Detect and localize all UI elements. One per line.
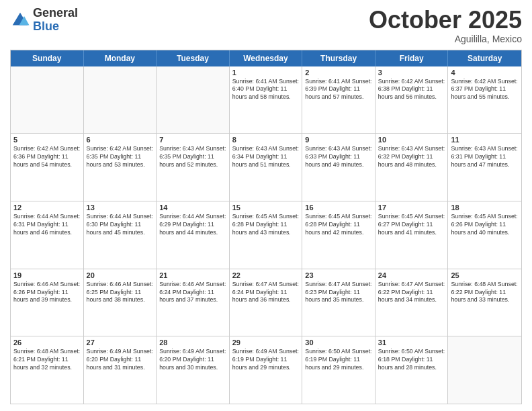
logo-general-text: General <box>33 7 78 20</box>
day-number: 2 <box>305 68 372 77</box>
day-info: Sunrise: 6:41 AM Sunset: 6:39 PM Dayligh… <box>305 78 372 102</box>
day-number: 23 <box>305 271 372 279</box>
day-cell-1: 1Sunrise: 6:41 AM Sunset: 6:40 PM Daylig… <box>230 66 303 134</box>
day-number: 18 <box>451 203 519 212</box>
empty-cell <box>448 336 521 404</box>
day-number: 17 <box>378 203 445 212</box>
day-of-week-saturday: Saturday <box>448 50 521 66</box>
day-info: Sunrise: 6:48 AM Sunset: 6:21 PM Dayligh… <box>13 348 81 372</box>
day-cell-7: 7Sunrise: 6:43 AM Sunset: 6:35 PM Daylig… <box>157 134 230 201</box>
day-cell-16: 16Sunrise: 6:45 AM Sunset: 6:28 PM Dayli… <box>302 201 375 269</box>
calendar-row: 26Sunrise: 6:48 AM Sunset: 6:21 PM Dayli… <box>11 336 521 404</box>
day-info: Sunrise: 6:45 AM Sunset: 6:26 PM Dayligh… <box>451 213 519 237</box>
day-number: 15 <box>232 203 300 212</box>
calendar-body: 1Sunrise: 6:41 AM Sunset: 6:40 PM Daylig… <box>11 66 521 404</box>
day-cell-31: 31Sunrise: 6:50 AM Sunset: 6:18 PM Dayli… <box>375 336 449 404</box>
day-number: 12 <box>13 203 81 212</box>
day-number: 24 <box>378 271 445 279</box>
logo-icon <box>10 10 30 30</box>
day-info: Sunrise: 6:43 AM Sunset: 6:33 PM Dayligh… <box>305 145 372 169</box>
day-info: Sunrise: 6:46 AM Sunset: 6:26 PM Dayligh… <box>13 281 81 305</box>
day-cell-28: 28Sunrise: 6:49 AM Sunset: 6:20 PM Dayli… <box>157 336 230 404</box>
day-number: 1 <box>232 68 300 77</box>
day-cell-19: 19Sunrise: 6:46 AM Sunset: 6:26 PM Dayli… <box>11 269 84 336</box>
day-info: Sunrise: 6:43 AM Sunset: 6:31 PM Dayligh… <box>451 145 519 169</box>
day-of-week-thursday: Thursday <box>302 50 375 66</box>
day-info: Sunrise: 6:41 AM Sunset: 6:40 PM Dayligh… <box>232 78 300 102</box>
day-number: 26 <box>13 338 81 347</box>
day-number: 11 <box>451 136 519 144</box>
day-number: 5 <box>13 136 81 144</box>
calendar: SundayMondayTuesdayWednesdayThursdayFrid… <box>10 50 522 404</box>
calendar-header: SundayMondayTuesdayWednesdayThursdayFrid… <box>11 50 521 66</box>
header: General Blue October 2025 Aguililla, Mex… <box>10 7 522 44</box>
page: General Blue October 2025 Aguililla, Mex… <box>0 0 532 411</box>
calendar-row: 12Sunrise: 6:44 AM Sunset: 6:31 PM Dayli… <box>11 201 521 269</box>
day-cell-30: 30Sunrise: 6:50 AM Sunset: 6:19 PM Dayli… <box>302 336 375 404</box>
day-cell-25: 25Sunrise: 6:48 AM Sunset: 6:22 PM Dayli… <box>448 269 521 336</box>
day-number: 22 <box>232 271 300 279</box>
day-info: Sunrise: 6:43 AM Sunset: 6:32 PM Dayligh… <box>378 145 445 169</box>
day-cell-4: 4Sunrise: 6:42 AM Sunset: 6:37 PM Daylig… <box>448 66 521 134</box>
day-info: Sunrise: 6:43 AM Sunset: 6:35 PM Dayligh… <box>159 145 226 169</box>
day-cell-29: 29Sunrise: 6:49 AM Sunset: 6:19 PM Dayli… <box>230 336 303 404</box>
day-of-week-sunday: Sunday <box>11 50 84 66</box>
day-info: Sunrise: 6:47 AM Sunset: 6:22 PM Dayligh… <box>378 281 445 305</box>
day-cell-14: 14Sunrise: 6:44 AM Sunset: 6:29 PM Dayli… <box>157 201 230 269</box>
calendar-row: 19Sunrise: 6:46 AM Sunset: 6:26 PM Dayli… <box>11 269 521 337</box>
day-of-week-wednesday: Wednesday <box>230 50 303 66</box>
day-number: 4 <box>451 68 519 77</box>
day-cell-2: 2Sunrise: 6:41 AM Sunset: 6:39 PM Daylig… <box>302 66 375 134</box>
day-cell-8: 8Sunrise: 6:43 AM Sunset: 6:34 PM Daylig… <box>230 134 303 201</box>
day-info: Sunrise: 6:45 AM Sunset: 6:28 PM Dayligh… <box>232 213 300 237</box>
day-info: Sunrise: 6:46 AM Sunset: 6:25 PM Dayligh… <box>87 281 154 305</box>
calendar-row: 1Sunrise: 6:41 AM Sunset: 6:40 PM Daylig… <box>11 66 521 134</box>
location-subtitle: Aguililla, Mexico <box>369 34 522 44</box>
empty-cell <box>84 66 157 134</box>
day-info: Sunrise: 6:42 AM Sunset: 6:37 PM Dayligh… <box>451 78 519 102</box>
day-number: 31 <box>378 338 445 347</box>
day-of-week-tuesday: Tuesday <box>157 50 230 66</box>
empty-cell <box>11 66 84 134</box>
day-number: 25 <box>451 271 519 279</box>
day-cell-11: 11Sunrise: 6:43 AM Sunset: 6:31 PM Dayli… <box>448 134 521 201</box>
day-info: Sunrise: 6:48 AM Sunset: 6:22 PM Dayligh… <box>451 281 519 305</box>
day-info: Sunrise: 6:49 AM Sunset: 6:20 PM Dayligh… <box>87 348 154 372</box>
logo-blue-text: Blue <box>33 20 78 34</box>
day-info: Sunrise: 6:46 AM Sunset: 6:24 PM Dayligh… <box>159 281 226 305</box>
day-cell-27: 27Sunrise: 6:49 AM Sunset: 6:20 PM Dayli… <box>84 336 157 404</box>
day-cell-6: 6Sunrise: 6:42 AM Sunset: 6:35 PM Daylig… <box>84 134 157 201</box>
day-number: 10 <box>378 136 445 144</box>
day-number: 29 <box>232 338 300 347</box>
day-number: 16 <box>305 203 372 212</box>
day-info: Sunrise: 6:50 AM Sunset: 6:18 PM Dayligh… <box>378 348 445 372</box>
day-number: 9 <box>305 136 372 144</box>
day-number: 8 <box>232 136 300 144</box>
day-cell-21: 21Sunrise: 6:46 AM Sunset: 6:24 PM Dayli… <box>157 269 230 336</box>
day-cell-18: 18Sunrise: 6:45 AM Sunset: 6:26 PM Dayli… <box>448 201 521 269</box>
day-cell-5: 5Sunrise: 6:42 AM Sunset: 6:36 PM Daylig… <box>11 134 84 201</box>
empty-cell <box>157 66 230 134</box>
day-info: Sunrise: 6:42 AM Sunset: 6:38 PM Dayligh… <box>378 78 445 102</box>
day-info: Sunrise: 6:49 AM Sunset: 6:20 PM Dayligh… <box>159 348 226 372</box>
day-cell-9: 9Sunrise: 6:43 AM Sunset: 6:33 PM Daylig… <box>302 134 375 201</box>
logo: General Blue <box>10 7 78 34</box>
day-number: 21 <box>159 271 226 279</box>
day-cell-20: 20Sunrise: 6:46 AM Sunset: 6:25 PM Dayli… <box>84 269 157 336</box>
day-number: 13 <box>87 203 154 212</box>
day-cell-13: 13Sunrise: 6:44 AM Sunset: 6:30 PM Dayli… <box>84 201 157 269</box>
logo-text: General Blue <box>33 7 78 34</box>
day-number: 20 <box>87 271 154 279</box>
day-info: Sunrise: 6:42 AM Sunset: 6:35 PM Dayligh… <box>87 145 154 169</box>
day-info: Sunrise: 6:49 AM Sunset: 6:19 PM Dayligh… <box>232 348 300 372</box>
day-info: Sunrise: 6:47 AM Sunset: 6:23 PM Dayligh… <box>305 281 372 305</box>
day-number: 30 <box>305 338 372 347</box>
day-cell-17: 17Sunrise: 6:45 AM Sunset: 6:27 PM Dayli… <box>375 201 449 269</box>
day-number: 28 <box>159 338 226 347</box>
day-cell-12: 12Sunrise: 6:44 AM Sunset: 6:31 PM Dayli… <box>11 201 84 269</box>
day-info: Sunrise: 6:45 AM Sunset: 6:28 PM Dayligh… <box>305 213 372 237</box>
day-info: Sunrise: 6:50 AM Sunset: 6:19 PM Dayligh… <box>305 348 372 372</box>
day-info: Sunrise: 6:44 AM Sunset: 6:30 PM Dayligh… <box>87 213 154 237</box>
title-block: October 2025 Aguililla, Mexico <box>369 7 522 44</box>
day-cell-15: 15Sunrise: 6:45 AM Sunset: 6:28 PM Dayli… <box>230 201 303 269</box>
